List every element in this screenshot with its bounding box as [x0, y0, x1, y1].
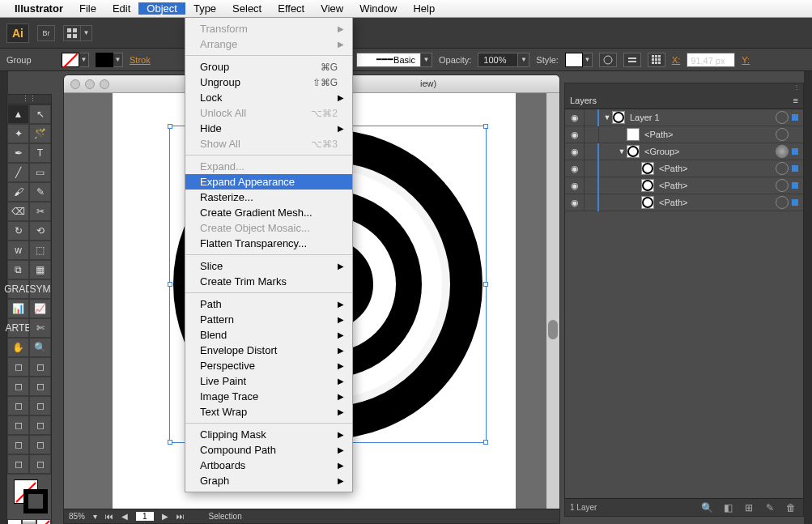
create-sublayer-icon[interactable]: ⊞	[742, 502, 756, 513]
direct-selection-tool[interactable]: ↖	[29, 104, 51, 124]
menu-select[interactable]: Select	[224, 2, 270, 15]
menu-item-create-trim-marks[interactable]: Create Trim Marks	[185, 274, 352, 289]
menu-item-perspective[interactable]: Perspective▶	[185, 358, 352, 373]
handle-ml[interactable]	[168, 282, 172, 287]
slice-tool[interactable]: 🔍	[29, 338, 51, 357]
lock-toggle[interactable]	[585, 177, 599, 194]
target-icon[interactable]	[776, 162, 789, 175]
target-icon[interactable]	[776, 196, 789, 209]
handle-mr[interactable]	[483, 282, 488, 287]
layers-panel-collapse[interactable]: ⋮	[565, 83, 803, 92]
menu-effect[interactable]: Effect	[270, 2, 312, 15]
blend-tool[interactable]: 📈	[29, 299, 51, 318]
pencil-tool[interactable]: ✎	[29, 182, 51, 202]
paintbrush-tool[interactable]: 🖌	[7, 182, 29, 202]
lock-toggle[interactable]	[585, 160, 599, 177]
layer-row[interactable]: ◉▼Layer 1	[565, 109, 803, 126]
symbol-sprayer-tool[interactable]: ARTB	[7, 318, 29, 338]
layer-thumbnail[interactable]	[627, 128, 640, 141]
traffic-min-icon[interactable]	[85, 79, 95, 89]
stroke-swatch[interactable]: ▼	[96, 53, 123, 67]
eraser-tool[interactable]: ✂	[29, 202, 51, 221]
gradient-tool[interactable]: SYM	[29, 279, 51, 299]
tool-30[interactable]: ◻	[7, 396, 29, 415]
new-layer-icon[interactable]: ✎	[763, 502, 777, 513]
color-mode-solid[interactable]	[7, 519, 22, 524]
selection-indicator[interactable]	[792, 182, 798, 189]
lock-toggle[interactable]	[585, 194, 599, 211]
handle-bl[interactable]	[168, 440, 172, 445]
make-clipping-mask-icon[interactable]: ◧	[721, 502, 735, 513]
stroke-swatch-large[interactable]	[23, 489, 48, 513]
handle-tr[interactable]	[483, 124, 488, 129]
layer-thumbnail[interactable]	[612, 111, 625, 124]
align-icon[interactable]	[623, 53, 641, 67]
layer-thumbnail[interactable]	[641, 196, 654, 209]
menu-item-slice[interactable]: Slice▶	[185, 258, 352, 274]
traffic-zoom-icon[interactable]	[100, 79, 109, 89]
perspective-grid-tool[interactable]: ▦	[29, 260, 51, 279]
bridge-button[interactable]: Br	[37, 25, 55, 41]
menu-file[interactable]: File	[71, 2, 104, 15]
rotate-tool[interactable]: ↻	[7, 221, 29, 241]
style-dropdown[interactable]: ▼	[565, 53, 593, 67]
pen-tool[interactable]: ✒	[7, 143, 29, 163]
handle-tl[interactable]	[168, 124, 172, 129]
visibility-toggle-icon[interactable]: ◉	[565, 143, 585, 160]
zoom-chevron-icon[interactable]: ▾	[93, 512, 97, 521]
artboard-next-last-icon[interactable]: ⏭	[176, 512, 185, 521]
arrange-documents-button[interactable]: ▼	[63, 25, 92, 41]
tool-35[interactable]: ◻	[29, 435, 51, 454]
artboard-next-icon[interactable]: ▶	[162, 512, 168, 521]
visibility-toggle-icon[interactable]: ◉	[565, 194, 585, 211]
scroll-thumb[interactable]	[548, 320, 558, 339]
menu-item-hide[interactable]: Hide▶	[185, 121, 352, 136]
menu-window[interactable]: Window	[351, 2, 405, 15]
menu-item-text-wrap[interactable]: Text Wrap▶	[185, 404, 352, 420]
app-name[interactable]: Illustrator	[15, 2, 63, 15]
tool-29[interactable]: ◻	[29, 377, 51, 396]
visibility-toggle-icon[interactable]: ◉	[565, 160, 585, 177]
menu-view[interactable]: View	[312, 2, 351, 15]
ai-logo[interactable]: Ai	[6, 23, 29, 43]
menu-item-live-paint[interactable]: Live Paint▶	[185, 373, 352, 389]
menu-item-create-gradient-mesh[interactable]: Create Gradient Mesh...	[185, 205, 352, 220]
menu-item-envelope-distort[interactable]: Envelope Distort▶	[185, 343, 352, 358]
target-icon[interactable]	[776, 179, 789, 192]
artboard-number[interactable]: 1	[136, 512, 154, 521]
tools-panel-grip[interactable]: ⋮⋮	[7, 95, 51, 104]
width-tool[interactable]: w	[7, 241, 29, 260]
locate-object-icon[interactable]: 🔍	[699, 502, 714, 513]
selection-indicator[interactable]	[792, 114, 798, 121]
menu-item-image-trace[interactable]: Image Trace▶	[185, 389, 352, 404]
layer-name[interactable]: <Group>	[644, 147, 776, 156]
target-icon[interactable]	[776, 111, 789, 124]
target-icon[interactable]	[776, 128, 789, 141]
type-tool[interactable]: T	[29, 143, 51, 163]
menu-edit[interactable]: Edit	[104, 2, 138, 15]
menu-item-ungroup[interactable]: Ungroup⇧⌘G	[185, 75, 352, 90]
opacity-dropdown[interactable]: 100% ▼	[478, 53, 529, 67]
layers-tab[interactable]: Layers	[570, 96, 597, 105]
menu-type[interactable]: Type	[185, 2, 224, 15]
stroke-link[interactable]: Strok	[130, 55, 151, 65]
scale-tool[interactable]: ⟲	[29, 221, 51, 241]
x-label[interactable]: X:	[672, 55, 680, 65]
y-label[interactable]: Y:	[742, 55, 750, 65]
recolor-icon[interactable]	[599, 53, 617, 67]
lasso-tool[interactable]: 🪄	[29, 124, 51, 143]
layer-row[interactable]: ◉<Path>	[565, 177, 803, 194]
traffic-close-icon[interactable]	[70, 79, 80, 89]
brush-definition-dropdown[interactable]: ━━━ Basic ▼	[356, 53, 432, 67]
tool-32[interactable]: ◻	[7, 415, 29, 435]
tool-37[interactable]: ◻	[29, 454, 51, 474]
menu-object[interactable]: Object	[138, 2, 185, 15]
menu-help[interactable]: Help	[405, 2, 443, 15]
column-graph-tool[interactable]: ✄	[29, 318, 51, 338]
panel-menu-icon[interactable]: ≡	[793, 96, 798, 105]
menu-item-lock[interactable]: Lock▶	[185, 90, 352, 105]
artboard-prev-first-icon[interactable]: ⏮	[105, 512, 113, 521]
blob-brush-tool[interactable]: ⌫	[7, 202, 29, 221]
lock-toggle[interactable]	[585, 109, 599, 126]
menu-item-path[interactable]: Path▶	[185, 296, 352, 312]
